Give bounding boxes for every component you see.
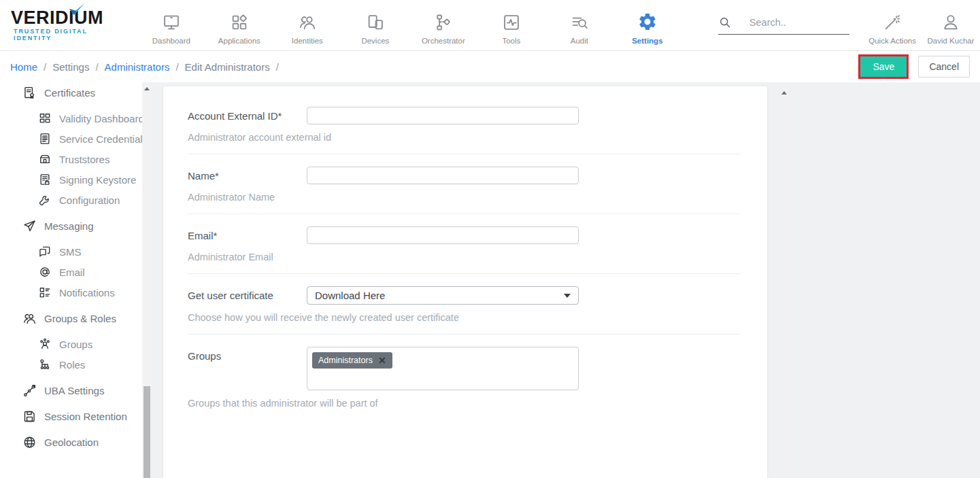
sidebar-item-notifications[interactable]: Notifications [0, 282, 151, 303]
sidebar-item-geolocation[interactable]: Geolocation [0, 432, 151, 452]
search-input[interactable] [749, 17, 845, 28]
breadcrumb-bar: Home / Settings / Administrators / Edit … [0, 51, 980, 82]
name-field[interactable] [307, 167, 579, 184]
nav-item-tools[interactable]: Tools [477, 6, 545, 45]
sidebar-item-label: Email [59, 267, 85, 278]
field-label: Groups [188, 347, 307, 362]
sidebar-item-email[interactable]: Email [0, 262, 151, 282]
form-row-groups: Groups Administrators ✕ Groups that this… [188, 335, 740, 420]
field-label: Email* [188, 226, 307, 241]
remove-tag-icon[interactable]: ✕ [378, 356, 386, 365]
breadcrumb-edit-administrators: Edit Administrators [185, 61, 270, 73]
sidebar-item-configuration[interactable]: Configuration [0, 190, 151, 210]
page-body: Certificates Validity Dashboard Service … [0, 82, 980, 478]
account-external-id-field[interactable] [307, 107, 579, 124]
form-row-account-external-id: Account External ID* Administrator accou… [188, 95, 740, 154]
user-menu[interactable]: David Kuchar [922, 6, 980, 45]
field-helper: Choose how you will receive the newly cr… [188, 312, 740, 323]
sidebar-item-sms[interactable]: SMS [0, 241, 151, 262]
sidebar-item-service-credentials[interactable]: Service Credentials [0, 129, 151, 149]
nav-item-audit[interactable]: Audit [545, 6, 613, 45]
devices-icon [341, 10, 409, 32]
sidebar-item-label: Certificates [44, 87, 95, 99]
field-helper: Administrator account external id [188, 132, 740, 143]
sidebar-scrollbar[interactable] [142, 82, 151, 478]
floppy-disk-icon [22, 409, 37, 424]
get-user-certificate-select[interactable]: Download Here [307, 286, 579, 305]
breadcrumb-administrators[interactable]: Administrators [105, 61, 170, 73]
certificate-icon [22, 86, 37, 100]
network-icon [22, 383, 37, 398]
paper-plane-icon [22, 219, 37, 233]
page-actions: Save Cancel [858, 54, 970, 79]
roles-icon [37, 358, 52, 372]
breadcrumb-separator: / [95, 61, 98, 73]
globe-icon [22, 435, 37, 449]
field-helper: Administrator Name [188, 192, 740, 203]
sidebar-item-label: Truststores [59, 154, 109, 165]
field-label: Get user certificate [188, 286, 307, 301]
nav-item-dashboard[interactable]: Dashboard [137, 6, 205, 45]
nav-item-settings[interactable]: Settings [613, 6, 681, 45]
sidebar-item-certificates[interactable]: Certificates [0, 82, 151, 103]
scrollbar-thumb[interactable] [143, 386, 150, 478]
field-label: Name* [188, 167, 307, 182]
sidebar-item-truststores[interactable]: Truststores [0, 149, 151, 169]
sidebar-item-session-retention[interactable]: Session Retention [0, 406, 151, 426]
vault-icon [37, 152, 52, 167]
sidebar-item-label: UBA Settings [44, 385, 104, 396]
nav-item-devices[interactable]: Devices [341, 6, 409, 45]
breadcrumb-separator: / [175, 61, 178, 73]
sidebar-item-groups[interactable]: Groups [0, 334, 151, 354]
field-label: Account External ID* [188, 107, 307, 122]
cancel-button[interactable]: Cancel [918, 56, 970, 78]
sidebar-item-label: Notifications [59, 287, 115, 298]
quick-actions-button[interactable]: Quick Actions [863, 6, 922, 45]
form-row-get-user-certificate: Get user certificate Download Here Choos… [188, 274, 740, 335]
sidebar-item-groups-roles[interactable]: Groups & Roles [0, 308, 151, 328]
document-icon [37, 132, 52, 146]
breadcrumb-home[interactable]: Home [10, 61, 37, 73]
main-nav: Dashboard Applications Identities Device… [137, 6, 681, 45]
scroll-up-arrow[interactable] [144, 87, 150, 90]
save-button-highlight: Save [858, 54, 909, 79]
sidebar-item-roles[interactable]: Roles [0, 354, 151, 375]
nav-item-applications[interactable]: Applications [205, 6, 273, 45]
sidebar-item-label: Validity Dashboard [59, 113, 144, 124]
sidebar-item-validity-dashboard[interactable]: Validity Dashboard [0, 108, 151, 129]
sidebar-item-uba-settings[interactable]: UBA Settings [0, 380, 151, 400]
sidebar-item-label: Configuration [59, 194, 120, 206]
top-navigation-bar: VERIDIUM TRUSTED DIGITAL IDENTITY Dashbo… [0, 0, 980, 51]
form-row-email: Email* Administrator Email [188, 214, 740, 274]
save-button[interactable]: Save [860, 56, 907, 77]
settings-sidebar: Certificates Validity Dashboard Service … [0, 82, 151, 478]
breadcrumb-separator: / [44, 61, 46, 73]
groups-multiselect[interactable]: Administrators ✕ [307, 347, 579, 390]
edit-administrator-form: Account External ID* Administrator accou… [163, 86, 767, 478]
veridium-tagline: TRUSTED DIGITAL IDENTITY [14, 28, 128, 41]
search-icon [718, 16, 732, 29]
nav-item-identities[interactable]: Identities [273, 6, 341, 45]
sidebar-item-label: Geolocation [44, 437, 99, 448]
groups-icon [37, 337, 52, 352]
grid-icon [37, 112, 52, 126]
form-row-name: Name* Administrator Name [188, 154, 740, 214]
sidebar-item-signing-keystore[interactable]: Signing Keystore [0, 169, 151, 190]
group-tag-label: Administrators [318, 356, 373, 365]
applications-icon [205, 10, 273, 32]
sidebar-item-label: Session Retention [44, 411, 127, 422]
dashboard-icon [137, 10, 205, 32]
veridium-logo[interactable]: VERIDIUM TRUSTED DIGITAL IDENTITY [11, 9, 128, 41]
at-icon [37, 265, 52, 279]
orchestrator-icon [409, 10, 477, 32]
wrench-icon [37, 193, 52, 207]
nav-item-orchestrator[interactable]: Orchestrator [409, 6, 477, 45]
sidebar-item-messaging[interactable]: Messaging [0, 216, 151, 236]
field-helper: Groups that this administrator will be p… [188, 398, 740, 409]
audit-icon [545, 10, 613, 32]
tools-icon [477, 10, 545, 32]
scroll-up-arrow[interactable] [781, 91, 787, 95]
email-field[interactable] [307, 226, 579, 244]
content-scrollbar[interactable] [779, 86, 789, 478]
sidebar-list: Certificates Validity Dashboard Service … [0, 82, 151, 452]
